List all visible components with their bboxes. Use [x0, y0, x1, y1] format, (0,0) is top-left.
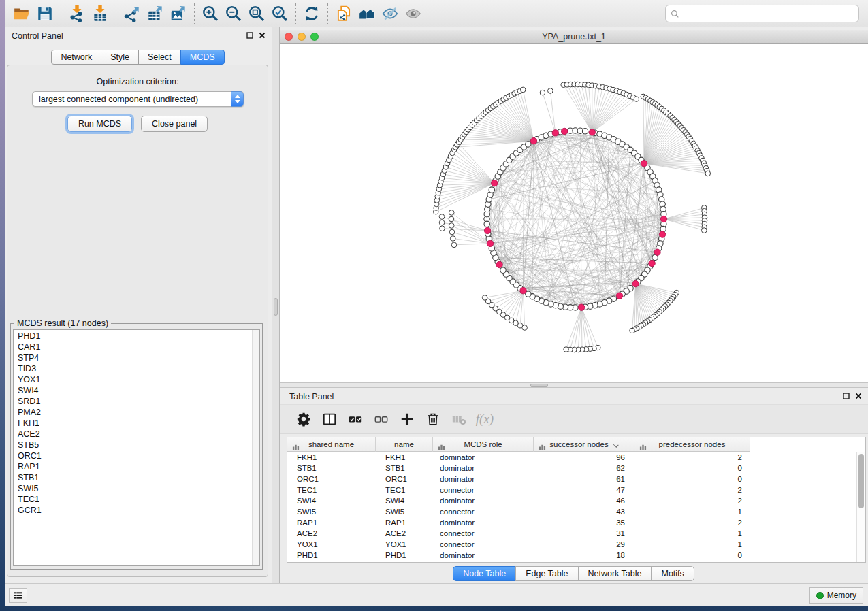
- save-session-icon[interactable]: [33, 4, 57, 23]
- table-row[interactable]: FKH1FKH1dominator962: [287, 452, 856, 463]
- table-row[interactable]: STB1STB1dominator620: [287, 463, 856, 474]
- mcds-node[interactable]: [589, 129, 595, 135]
- table-row[interactable]: RAP1RAP1dominator352: [287, 517, 856, 528]
- network-canvas[interactable]: [280, 44, 868, 382]
- vertical-splitter-handle[interactable]: [274, 298, 278, 316]
- copy-network-icon[interactable]: [332, 4, 355, 23]
- mcds-node[interactable]: [616, 293, 622, 299]
- deselect-all-icon[interactable]: [368, 409, 394, 429]
- first-neighbors-icon[interactable]: [355, 4, 379, 23]
- delete-icon[interactable]: [420, 409, 446, 429]
- tab-edge-table[interactable]: Edge Table: [515, 566, 578, 581]
- horizontal-splitter[interactable]: [280, 382, 868, 388]
- close-icon[interactable]: [855, 393, 862, 399]
- import-network-icon[interactable]: [65, 4, 89, 23]
- tab-node-table[interactable]: Node Table: [453, 566, 516, 581]
- tab-network[interactable]: Network: [51, 50, 101, 65]
- mcds-result-item[interactable]: CAR1: [14, 342, 251, 352]
- column-header-name[interactable]: name: [376, 437, 433, 452]
- vertical-splitter[interactable]: [272, 27, 280, 583]
- mcds-result-item[interactable]: GCR1: [14, 505, 251, 516]
- mcds-result-item[interactable]: SWI4: [14, 385, 251, 396]
- criterion-select[interactable]: largest connected component (undirected): [32, 91, 244, 107]
- mcds-node[interactable]: [649, 260, 655, 266]
- mcds-node[interactable]: [530, 138, 536, 144]
- table-row[interactable]: SWI5SWI5connector431: [287, 506, 856, 517]
- mcds-result-item[interactable]: YOX1: [14, 374, 251, 385]
- hide-selected-icon[interactable]: [379, 4, 402, 23]
- table-scrollbar[interactable]: [856, 452, 865, 562]
- mcds-node[interactable]: [632, 280, 639, 286]
- mcds-node[interactable]: [561, 128, 567, 134]
- table-row[interactable]: ACE2ACE2connector311: [287, 528, 856, 539]
- search-input[interactable]: [684, 9, 854, 18]
- column-header-predecessor-nodes[interactable]: predecessor nodes: [634, 437, 750, 452]
- mcds-result-item[interactable]: STP4: [14, 352, 251, 363]
- mcds-result-item[interactable]: PHD1: [14, 331, 251, 342]
- zoom-selected-icon[interactable]: [268, 4, 291, 23]
- mcds-result-item[interactable]: SWI5: [14, 483, 251, 494]
- show-columns-icon[interactable]: [317, 409, 342, 429]
- mcds-node[interactable]: [520, 287, 526, 293]
- refresh-icon[interactable]: [300, 4, 323, 23]
- mcds-node[interactable]: [552, 130, 558, 136]
- column-header-successor-nodes[interactable]: successor nodes: [534, 437, 634, 452]
- mcds-node[interactable]: [641, 160, 647, 166]
- close-panel-button[interactable]: Close panel: [141, 116, 208, 132]
- column-header-shared-name[interactable]: shared name: [287, 437, 376, 452]
- table-scrollbar-thumb[interactable]: [858, 454, 864, 508]
- float-icon[interactable]: [246, 32, 253, 39]
- mcds-result-item[interactable]: TID3: [14, 363, 251, 374]
- mcds-result-item[interactable]: STB1: [14, 472, 251, 483]
- zoom-fit-icon[interactable]: [245, 4, 268, 23]
- mcds-result-item[interactable]: SRD1: [14, 396, 251, 407]
- mcds-result-item[interactable]: STB5: [14, 440, 251, 450]
- run-mcds-button[interactable]: Run MCDS: [67, 116, 132, 132]
- import-table-icon[interactable]: [89, 4, 112, 23]
- mcds-list-scrollbar[interactable]: [252, 330, 259, 565]
- memory-button[interactable]: Memory: [809, 587, 863, 604]
- mcds-result-item[interactable]: FKH1: [14, 418, 251, 429]
- horizontal-splitter-handle[interactable]: [530, 384, 548, 387]
- mcds-result-list[interactable]: PHD1CAR1STP4TID3YOX1SWI4SRD1PMA2FKH1ACE2…: [13, 329, 260, 566]
- tab-style[interactable]: Style: [101, 50, 139, 65]
- add-icon[interactable]: [394, 409, 420, 429]
- mcds-result-item[interactable]: ORC1: [14, 450, 251, 461]
- tab-select[interactable]: Select: [138, 50, 181, 65]
- table-row[interactable]: SWI4SWI4dominator462: [287, 495, 856, 506]
- float-icon[interactable]: [843, 393, 850, 399]
- zoom-in-icon[interactable]: [199, 4, 222, 23]
- select-all-icon[interactable]: [342, 409, 368, 429]
- export-table-icon[interactable]: [144, 4, 167, 23]
- mcds-node[interactable]: [654, 249, 660, 255]
- show-all-icon[interactable]: [402, 4, 425, 23]
- open-file-icon[interactable]: [10, 4, 33, 23]
- mcds-node[interactable]: [578, 304, 584, 310]
- export-network-icon[interactable]: [120, 4, 144, 23]
- mcds-result-item[interactable]: RAP1: [14, 461, 251, 472]
- table-row[interactable]: TEC1TEC1connector472: [287, 484, 856, 495]
- table-row[interactable]: YOX1YOX1connector291: [287, 539, 856, 550]
- mcds-node[interactable]: [659, 231, 665, 237]
- mcds-node[interactable]: [484, 227, 490, 233]
- mcds-result-item[interactable]: TEC1: [14, 494, 251, 505]
- tab-network-table[interactable]: Network Table: [578, 566, 652, 581]
- mcds-result-item[interactable]: ACE2: [14, 429, 251, 440]
- mcds-node[interactable]: [492, 180, 498, 186]
- table-settings-icon[interactable]: [291, 409, 317, 429]
- search-box[interactable]: [665, 5, 859, 22]
- mcds-node[interactable]: [496, 261, 502, 267]
- tab-mcds[interactable]: MCDS: [180, 50, 225, 65]
- mcds-node[interactable]: [487, 240, 493, 246]
- close-icon[interactable]: [259, 32, 266, 39]
- table-row[interactable]: ORC1ORC1dominator610: [287, 474, 856, 484]
- tab-motifs[interactable]: Motifs: [651, 566, 694, 581]
- table-row[interactable]: PHD1PHD1dominator180: [287, 550, 856, 561]
- export-image-icon[interactable]: [167, 4, 190, 23]
- mcds-node[interactable]: [660, 216, 666, 222]
- column-header-MCDS-role[interactable]: MCDS role: [433, 437, 534, 452]
- zoom-out-icon[interactable]: [222, 4, 245, 23]
- network-graph[interactable]: [280, 44, 868, 382]
- node-table[interactable]: shared namenameMCDS rolesuccessor nodesp…: [287, 437, 866, 563]
- show-panel-button[interactable]: [9, 588, 27, 603]
